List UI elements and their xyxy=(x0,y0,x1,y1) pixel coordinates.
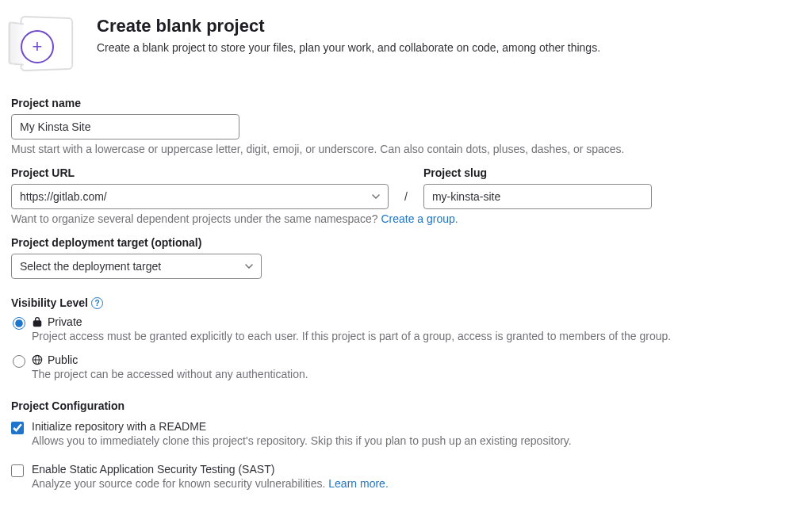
project-url-select[interactable]: https://gitlab.com/ xyxy=(11,184,389,209)
page-title: Create blank project xyxy=(97,16,600,36)
sast-learn-more-link[interactable]: Learn more. xyxy=(328,477,388,490)
project-slug-label: Project slug xyxy=(423,166,801,179)
visibility-public-radio[interactable] xyxy=(13,355,25,368)
readme-checkbox[interactable] xyxy=(11,422,24,434)
project-url-value: https://gitlab.com/ xyxy=(20,190,107,203)
visibility-private-title: Private xyxy=(48,315,82,328)
page-subtitle: Create a blank project to store your fil… xyxy=(97,41,600,54)
visibility-private-radio[interactable] xyxy=(13,317,25,330)
chevron-down-icon xyxy=(245,264,253,269)
project-name-label: Project name xyxy=(11,97,801,109)
project-name-help: Must start with a lowercase or uppercase… xyxy=(11,143,801,155)
sast-title: Enable Static Application Security Testi… xyxy=(32,463,389,476)
lock-icon xyxy=(32,316,43,327)
readme-title: Initialize repository with a README xyxy=(32,420,572,433)
sast-checkbox[interactable] xyxy=(11,464,24,477)
globe-icon xyxy=(32,354,43,365)
project-configuration-label: Project Configuration xyxy=(11,399,801,412)
deployment-target-placeholder: Select the deployment target xyxy=(20,260,161,273)
create-group-link[interactable]: Create a group. xyxy=(381,212,458,225)
help-icon[interactable]: ? xyxy=(91,297,103,309)
visibility-private-desc: Project access must be granted explicitl… xyxy=(32,330,801,342)
project-name-input[interactable] xyxy=(11,114,239,139)
deployment-target-label: Project deployment target (optional) xyxy=(11,236,801,249)
project-slug-input[interactable] xyxy=(423,184,652,209)
plus-icon: + xyxy=(21,30,54,63)
visibility-public-title: Public xyxy=(48,353,78,366)
chevron-down-icon xyxy=(372,194,380,199)
visibility-level-label: Visibility Level xyxy=(11,296,88,309)
deployment-target-select[interactable]: Select the deployment target xyxy=(11,254,262,279)
readme-desc: Allows you to immediately clone this pro… xyxy=(32,434,572,447)
sast-desc: Analyze your source code for known secur… xyxy=(32,477,389,490)
url-slug-separator: / xyxy=(401,190,411,209)
namespace-help: Want to organize several dependent proje… xyxy=(11,212,801,225)
project-url-label: Project URL xyxy=(11,166,389,179)
visibility-public-desc: The project can be accessed without any … xyxy=(32,368,801,380)
project-icon: + xyxy=(11,16,75,71)
sast-desc-text: Analyze your source code for known secur… xyxy=(32,477,328,490)
namespace-help-text: Want to organize several dependent proje… xyxy=(11,212,381,225)
